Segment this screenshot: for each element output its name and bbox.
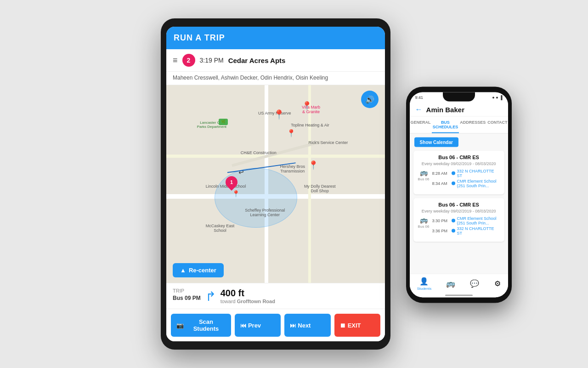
bottom-action-bar: 📷 Scan Students ⏮ Prev ⏭ Next ⏹ EXIT bbox=[166, 309, 385, 341]
bus-stops-list-2: 3:30 PM CMR Element School (251 South Pr… bbox=[432, 216, 500, 236]
stop-icon: ⏹ bbox=[340, 322, 346, 329]
stop-dot-1-1 bbox=[452, 172, 455, 175]
back-button[interactable]: ← bbox=[415, 105, 423, 114]
map-stop-pin: 1 bbox=[226, 176, 237, 188]
bus-stop-entry-2-1: 3:30 PM CMR Element School (251 South Pr… bbox=[432, 216, 500, 225]
tablet-header: RUN A TRIP bbox=[166, 27, 385, 49]
stop-badge: 2 bbox=[182, 54, 195, 67]
stop-name-2-2[interactable]: 332 N CHARLOTTE ST bbox=[457, 226, 500, 236]
phone-contact-name: Amin Baker bbox=[426, 105, 503, 113]
nav-messages[interactable]: 💬 bbox=[470, 279, 479, 288]
trip-bus: Bus 09 PM bbox=[173, 295, 201, 301]
turn-info: 400 ft toward Grofftown Road bbox=[220, 288, 275, 304]
phone-time: 9:41 bbox=[415, 95, 424, 100]
stop-dot-2-1 bbox=[452, 219, 455, 223]
map-label-topline: Topline Heating & Air bbox=[291, 123, 329, 127]
show-calendar-button[interactable]: Show Calendar bbox=[414, 138, 458, 147]
stop-time: 3:19 PM bbox=[200, 57, 224, 64]
bus-stop-entry-1-1: 8:28 AM 332 N CHARLOTTE ST bbox=[432, 169, 500, 178]
stop-dot-2-2 bbox=[452, 229, 455, 233]
bus-stop-entry-2-2: 3:36 PM 332 N CHARLOTTE ST bbox=[432, 226, 500, 236]
map-label-rick: Rick's Service Center bbox=[308, 140, 348, 145]
tab-contact[interactable]: CONTACT bbox=[486, 117, 508, 133]
students-icon: 👤 bbox=[419, 277, 429, 286]
nav-settings[interactable]: ⚙ bbox=[494, 279, 501, 288]
schedule-2-title: Bus 06 - CMR ES bbox=[418, 202, 500, 207]
students-label: Students bbox=[417, 287, 432, 291]
bus-stop-row-2: 🚌 Bus 06 3:30 PM CMR Element School (251… bbox=[418, 216, 500, 236]
map-pin-topline: 📍 bbox=[287, 129, 296, 138]
map-pin-villa: 📍 bbox=[302, 101, 312, 111]
green-pin: 🌿 bbox=[219, 119, 228, 125]
bus-icon-2: 🚌 bbox=[420, 216, 428, 224]
hamburger-icon[interactable]: ≡ bbox=[173, 56, 178, 65]
exit-button[interactable]: ⏹ EXIT bbox=[334, 314, 380, 337]
scene: RUN A TRIP ≡ 2 3:19 PM Cedar Acres Apts … bbox=[0, 0, 588, 368]
map-label-dolly: My Dolly DearestDoll Shop bbox=[304, 184, 336, 193]
map-label-che: CH&E Construction bbox=[241, 150, 277, 155]
map-area: Lancaster CityParks Department US Army R… bbox=[166, 85, 385, 283]
sound-icon: 🔊 bbox=[365, 95, 374, 104]
passenger-list: Maheen Cresswell, Ashwin Decker, Odin He… bbox=[166, 72, 385, 85]
recenter-button[interactable]: ▲ Re-center bbox=[173, 263, 224, 277]
next-icon: ⏭ bbox=[290, 322, 296, 329]
bus-icon-cell-2: 🚌 Bus 06 bbox=[418, 216, 430, 229]
bus-nav-icon: 🚌 bbox=[446, 279, 455, 288]
map-pin-small-1: 📍 bbox=[232, 190, 240, 197]
prev-icon: ⏮ bbox=[240, 322, 246, 329]
bus-num-1: Bus 06 bbox=[418, 177, 430, 181]
settings-icon: ⚙ bbox=[494, 279, 501, 288]
stop-name-2-1[interactable]: CMR Element School (251 South Prin... bbox=[457, 216, 500, 225]
phone-tabs: GENERAL BUS SCHEDULES ADDRESSES CONTACT bbox=[410, 117, 508, 134]
tab-addresses[interactable]: ADDRESSES bbox=[459, 117, 486, 133]
stop-time-1-2: 8:34 AM bbox=[432, 181, 450, 186]
bus-icon-1: 🚌 bbox=[420, 169, 428, 176]
schedule-1-title: Bus 06 - CMR ES bbox=[418, 155, 500, 160]
stop-name-1-2[interactable]: CMR Element School (251 South Prin... bbox=[457, 179, 500, 188]
phone-content: Show Calendar Bus 06 - CMR ES Every week… bbox=[410, 134, 508, 274]
sound-button[interactable]: 🔊 bbox=[361, 91, 379, 108]
bus-schedule-card-1: Bus 06 - CMR ES Every weekday 09/02/2019… bbox=[413, 151, 504, 195]
bus-stop-row-1: 🚌 Bus 06 8:28 AM 332 N CHARLOTTE ST 8:34… bbox=[418, 169, 500, 189]
phone-signal: ● ● ▐ bbox=[492, 95, 502, 100]
schedule-2-days: Every weekday 09/02/2019 - 08/03/2020 bbox=[418, 209, 500, 213]
map-pin-army: 📍 bbox=[273, 109, 285, 120]
map-turn-arrow: ↩ bbox=[238, 168, 244, 176]
trip-label: TRIP bbox=[173, 288, 201, 293]
map-label-hershey: Hershey BrosTransmission bbox=[280, 164, 305, 173]
turn-arrow-icon: ↱ bbox=[205, 289, 216, 304]
tablet: RUN A TRIP ≡ 2 3:19 PM Cedar Acres Apts … bbox=[161, 18, 390, 350]
stop-name-1-1[interactable]: 332 N CHARLOTTE ST bbox=[457, 169, 500, 178]
bus-icon-cell-1: 🚌 Bus 06 bbox=[418, 169, 430, 181]
phone: 9:41 ● ● ▐ ← Amin Baker GENERAL BUS SCHE… bbox=[406, 87, 512, 303]
nav-bus[interactable]: 🚌 bbox=[446, 279, 455, 288]
turn-toward-label: toward Grofftown Road bbox=[220, 299, 275, 304]
trip-label-group: TRIP Bus 09 PM bbox=[173, 288, 201, 302]
scan-students-button[interactable]: 📷 Scan Students bbox=[171, 314, 231, 337]
map-pin-rick: 📍 bbox=[308, 160, 318, 170]
stop-dot-1-2 bbox=[452, 182, 455, 185]
bus-schedule-card-2: Bus 06 - CMR ES Every weekday 09/02/2019… bbox=[413, 198, 504, 242]
prev-button[interactable]: ⏮ Prev bbox=[235, 314, 281, 337]
camera-icon: 📷 bbox=[176, 322, 184, 329]
trip-bar: ≡ 2 3:19 PM Cedar Acres Apts bbox=[166, 49, 385, 72]
phone-notch bbox=[443, 92, 475, 102]
show-calendar-area: Show Calendar bbox=[410, 134, 508, 151]
tablet-screen: RUN A TRIP ≡ 2 3:19 PM Cedar Acres Apts … bbox=[166, 27, 385, 341]
schedule-1-days: Every weekday 09/02/2019 - 08/03/2020 bbox=[418, 161, 500, 166]
bus-num-2: Bus 06 bbox=[418, 224, 430, 229]
tab-bus-schedules[interactable]: BUS SCHEDULES bbox=[432, 117, 459, 133]
tab-general[interactable]: GENERAL bbox=[410, 117, 432, 133]
map-label-mccaskey: McCaskey EastSchool bbox=[206, 224, 235, 233]
phone-bottom-nav: 👤 Students 🚌 💬 ⚙ bbox=[410, 274, 508, 293]
nav-students[interactable]: 👤 Students bbox=[417, 277, 432, 291]
recenter-icon: ▲ bbox=[180, 267, 186, 274]
phone-header: ← Amin Baker bbox=[410, 103, 508, 117]
stop-name: Cedar Acres Apts bbox=[228, 57, 286, 64]
next-button[interactable]: ⏭ Next bbox=[284, 314, 330, 337]
turn-distance: 400 ft bbox=[220, 288, 275, 299]
stop-time-2-1: 3:30 PM bbox=[432, 218, 450, 223]
messages-icon: 💬 bbox=[470, 279, 479, 288]
map-label-scheffey: Scheffey ProfessionalLearning Center bbox=[245, 208, 285, 217]
tablet-title: RUN A TRIP bbox=[174, 33, 225, 43]
